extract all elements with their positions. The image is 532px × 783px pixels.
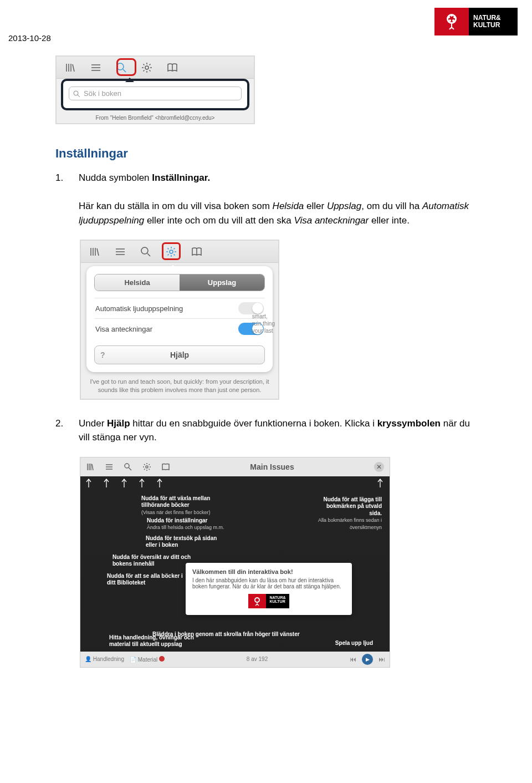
svg-point-10	[141, 247, 148, 254]
view-mode-segment[interactable]: Helsida Uppslag	[94, 274, 265, 291]
bg-text-fragment: smart, ruin thing your last	[252, 313, 275, 334]
next-icon[interactable]: ⏭	[378, 655, 385, 663]
doc-date: 2013-10-28	[8, 33, 51, 43]
svg-point-3	[453, 16, 456, 18]
section-heading: Inställningar	[55, 146, 477, 161]
search-icon	[124, 462, 132, 471]
list-icon	[114, 246, 126, 258]
app-toolbar: Main Issues ✕	[80, 457, 390, 476]
book-icon	[161, 462, 170, 471]
gear-icon	[142, 462, 151, 471]
annotation-material: Hitta handledning, övningar och material…	[109, 634, 198, 648]
page-title: Main Issues	[180, 462, 364, 471]
svg-point-15	[255, 598, 259, 602]
svg-point-5	[449, 19, 451, 22]
library-icon	[89, 246, 101, 258]
row-label: Automatisk ljuduppspelning	[95, 304, 183, 313]
settings-popover: Helsida Uppslag Automatisk ljuduppspelni…	[86, 266, 273, 372]
welcome-modal: Välkommen till din interaktiva bok! I de…	[186, 563, 352, 615]
list-icon	[90, 62, 102, 74]
svg-point-13	[146, 466, 148, 468]
svg-point-8	[145, 66, 149, 69]
row-autoplay: Automatisk ljuduppspelning	[94, 298, 265, 318]
annotation-settings: Nudda för inställningar Ändra till helsi…	[147, 517, 236, 531]
screenshot-help-overlay: Main Issues ✕ Nudda för att växla mellan…	[80, 457, 390, 668]
library-icon	[64, 62, 76, 74]
segment-uppslag[interactable]: Uppslag	[180, 274, 264, 291]
step-number: 2.	[55, 416, 65, 445]
row-label: Visa anteckningar	[95, 325, 152, 333]
welcome-body: I den här snabbguiden kan du läsa om hur…	[192, 577, 345, 589]
close-icon[interactable]: ✕	[374, 462, 384, 472]
gear-icon	[141, 62, 153, 74]
brand-logo: NATUR& KULTUR	[434, 8, 518, 35]
screenshot-search-toolbar: Sök i boken From "Helen Bromfield" <hbro…	[55, 55, 255, 124]
book-icon	[166, 62, 178, 74]
search-input[interactable]: Sök i boken	[69, 87, 242, 100]
annotation-audio: Spela upp ljud	[335, 640, 373, 647]
page-indicator: 8 av 192	[170, 656, 344, 662]
arrow-up-icon	[376, 477, 384, 491]
brand-line2: KULTUR	[473, 22, 518, 29]
annotation-library: Nudda för att se alla böcker i ditt Bibl…	[107, 573, 190, 587]
step-text: Nudda symbolen Inställningar. Här kan du…	[79, 171, 477, 227]
app-toolbar	[57, 57, 254, 79]
step-text: Under Hjälp hittar du en snabbguide över…	[79, 416, 477, 445]
question-icon: ?	[100, 350, 105, 359]
svg-point-9	[74, 91, 78, 95]
from-line: From "Helen Bromfield" <hbromfield@ccny.…	[57, 115, 254, 121]
svg-point-2	[448, 16, 450, 18]
annotation-search: Nudda för textsök på sidan eller i boken	[146, 535, 229, 549]
brand-text: NATUR& KULTUR	[469, 8, 518, 35]
material-label: 📄 Material	[130, 656, 165, 663]
book-icon	[191, 246, 203, 258]
annotation-toc: Nudda för översikt av ditt och bokens in…	[112, 554, 196, 568]
list-icon	[105, 462, 114, 471]
annotation-books: Nudda för att växla mellan tillhörande b…	[141, 495, 224, 516]
arrow-row	[85, 477, 163, 489]
row-annotations: Visa anteckningar	[94, 318, 265, 339]
play-icon[interactable]: ▶	[362, 654, 373, 665]
svg-point-12	[125, 464, 129, 468]
highlight-ring	[162, 242, 181, 260]
brand-emblem	[434, 8, 469, 35]
bottom-bar: 👤 Handledning 📄 Material 8 av 192 ⏮ ▶ ⏭	[80, 652, 390, 667]
search-popover: Sök i boken	[61, 79, 249, 110]
help-button[interactable]: ? Hjälp	[94, 345, 265, 364]
annotation-bookmark: Nudda för att lägga till bokmärken på ut…	[315, 496, 382, 531]
search-placeholder: Sök i boken	[84, 89, 121, 98]
help-label: Hjälp	[170, 350, 189, 359]
step-2: 2. Under Hjälp hittar du en snabbguide ö…	[55, 416, 477, 445]
step-1: 1. Nudda symbolen Inställningar. Här kan…	[55, 171, 477, 227]
library-icon	[86, 462, 95, 471]
screenshot-settings-panel: Helsida Uppslag Automatisk ljuduppspelni…	[80, 240, 279, 400]
svg-point-4	[451, 14, 453, 17]
welcome-title: Välkommen till din interaktiva bok!	[192, 568, 345, 575]
step-number: 1.	[55, 171, 65, 227]
bg-caption: I've got to run and teach soon, but quic…	[81, 375, 278, 399]
handledning-label: 👤 Handledning	[85, 656, 124, 662]
welcome-logo: NATUR&KULTUR	[192, 594, 345, 608]
svg-point-6	[452, 19, 454, 22]
search-icon	[140, 246, 152, 258]
prev-icon[interactable]: ⏮	[350, 655, 356, 663]
segment-helsida[interactable]: Helsida	[95, 274, 180, 291]
